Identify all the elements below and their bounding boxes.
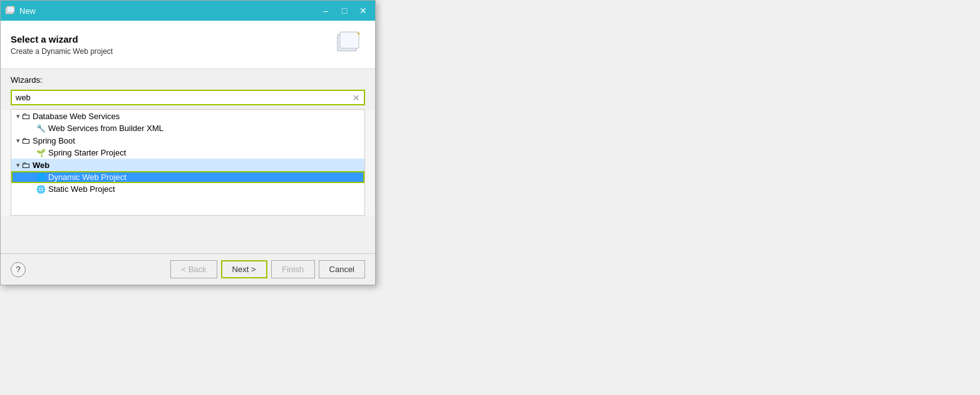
item-icon: 🌐: [36, 185, 46, 194]
header-icon: [335, 29, 365, 60]
folder-icon: 🗀: [21, 135, 30, 145]
tree-item-spring-starter[interactable]: 🌱 Spring Starter Project: [11, 147, 364, 159]
tree-item-label: Static Web Project: [48, 184, 115, 194]
item-icon: 🌱: [36, 149, 46, 157]
title-bar-left: New: [4, 5, 36, 16]
tree-item-web[interactable]: ▾ 🗀 Web: [11, 159, 364, 171]
dialog-title: New: [19, 6, 36, 16]
item-icon: 🌐: [36, 173, 46, 182]
close-button[interactable]: ✕: [355, 4, 371, 18]
folder-icon: 🗀: [21, 160, 30, 170]
header-area: Select a wizard Create a Dynamic Web pro…: [1, 21, 375, 69]
tree-item-label: Database Web Services: [33, 112, 120, 121]
wizards-label-area: Wizards:: [1, 69, 375, 87]
empty-area: [1, 216, 375, 253]
tree-item-label: Spring Boot: [33, 136, 75, 145]
tree-item-label: Web: [33, 161, 49, 170]
wizard-title: Select a wizard: [11, 34, 113, 45]
title-bar-controls: – □ ✕: [317, 4, 371, 18]
svg-rect-4: [340, 32, 359, 48]
folder-icon: 🗀: [21, 111, 30, 121]
tree-item-dynamic-web-project[interactable]: 🌐 Dynamic Web Project: [11, 171, 364, 183]
expand-icon: ▾: [16, 161, 20, 169]
next-button[interactable]: Next >: [221, 260, 267, 278]
finish-button[interactable]: Finish: [271, 260, 315, 278]
search-wrapper: ✕: [11, 90, 365, 105]
item-icon: 🔧: [36, 124, 46, 133]
tree-item-label: Dynamic Web Project: [48, 172, 126, 182]
tree-item-web-services-builder[interactable]: 🔧 Web Services from Builder XML: [11, 122, 364, 134]
help-button[interactable]: ?: [11, 262, 26, 277]
search-input[interactable]: [12, 91, 349, 104]
expand-icon: ▾: [16, 112, 20, 120]
header-text: Select a wizard Create a Dynamic Web pro…: [11, 34, 113, 56]
search-area: ✕: [1, 87, 375, 109]
tree-item-label: Web Services from Builder XML: [48, 124, 163, 133]
tree-item-static-web-project[interactable]: 🌐 Static Web Project: [11, 183, 364, 195]
wizard-icon: [4, 5, 16, 16]
wizards-label: Wizards:: [11, 75, 43, 85]
tree-item-label: Spring Starter Project: [48, 148, 126, 157]
footer-area: ? < Back Next > Finish Cancel: [1, 253, 375, 285]
minimize-button[interactable]: –: [317, 4, 334, 18]
search-clear-button[interactable]: ✕: [349, 92, 364, 104]
title-bar: New – □ ✕: [1, 1, 375, 21]
footer-buttons: < Back Next > Finish Cancel: [170, 260, 365, 278]
back-button[interactable]: < Back: [170, 260, 217, 278]
new-wizard-dialog: New – □ ✕ Select a wizard Create a Dynam…: [0, 0, 376, 285]
tree-item-spring-boot[interactable]: ▾ 🗀 Spring Boot: [11, 134, 364, 147]
cancel-button[interactable]: Cancel: [319, 260, 365, 278]
footer-left: ?: [11, 262, 26, 277]
tree-item-database-web-services[interactable]: ▾ 🗀 Database Web Services: [11, 110, 364, 122]
wizard-subtitle: Create a Dynamic Web project: [11, 47, 113, 56]
tree-container[interactable]: ▾ 🗀 Database Web Services 🔧 Web Services…: [11, 109, 365, 216]
maximize-button[interactable]: □: [336, 4, 353, 18]
expand-icon: ▾: [16, 137, 20, 145]
